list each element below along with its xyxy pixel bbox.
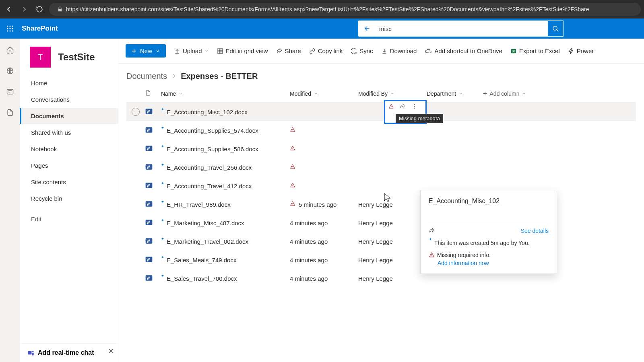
- file-name-cell[interactable]: ✦ E_HR_Travel_989.docx: [161, 201, 290, 208]
- modified-text: 5 minutes ago: [299, 201, 336, 208]
- modified-text: 4 minutes ago: [290, 257, 328, 263]
- file-name-cell[interactable]: ✦ E_Sales_Meals_749.docx: [161, 257, 290, 263]
- svg-point-9: [553, 26, 557, 30]
- new-indicator-icon: ✦: [161, 237, 164, 241]
- site-logo[interactable]: T: [30, 47, 51, 68]
- shortcut-button[interactable]: Add shortcut to OneDrive: [425, 47, 502, 55]
- power-label: Power: [577, 47, 594, 54]
- file-name-cell[interactable]: ✦ E_Accounting_Misc_102.docx: [161, 109, 290, 115]
- files-icon[interactable]: [5, 108, 15, 117]
- new-indicator-icon: ✦: [429, 237, 432, 244]
- file-name-cell[interactable]: ✦ E_Accounting_Supplies_586.docx: [161, 146, 290, 152]
- excel-icon: [510, 48, 517, 54]
- table-row[interactable]: ✦ E_Accounting_Travel_412.docx: [126, 177, 636, 195]
- nav-item-sitecontents[interactable]: Site contents: [20, 174, 118, 190]
- name-column-header[interactable]: Name: [161, 90, 290, 97]
- table-row[interactable]: ✦ E_Marketing_Travel_002.docx 4 minutes …: [126, 232, 636, 251]
- nav-item-notebook[interactable]: Notebook: [20, 141, 118, 157]
- attention-icon[interactable]: [290, 146, 295, 152]
- filetype-column-header[interactable]: [145, 90, 161, 97]
- file-name-cell[interactable]: ✦ E_Accounting_Supplies_574.docx: [161, 127, 290, 134]
- hover-card-created: This item was created 5m ago by You.: [434, 240, 530, 246]
- share-icon[interactable]: [400, 103, 406, 111]
- download-button[interactable]: Download: [381, 47, 417, 54]
- word-icon: [145, 107, 161, 117]
- add-info-now-link[interactable]: Add information now: [429, 258, 549, 266]
- attention-icon[interactable]: [290, 201, 295, 208]
- table-row[interactable]: ✦ E_Accounting_Travel_256.docx: [126, 158, 636, 177]
- table-row[interactable]: ✦ E_Accounting_Supplies_574.docx: [126, 121, 636, 140]
- nav-item-pages[interactable]: Pages: [20, 157, 118, 174]
- globe-icon[interactable]: [5, 66, 15, 76]
- nav-item-edit[interactable]: Edit: [20, 211, 118, 227]
- search-submit-button[interactable]: [547, 21, 564, 37]
- new-button-label: New: [140, 47, 152, 54]
- department-column-header[interactable]: Department: [427, 90, 483, 97]
- file-hover-card: E_Accounting_Misc_102 See details ✦ This…: [420, 190, 557, 274]
- export-button[interactable]: Export to Excel: [510, 47, 560, 54]
- add-column-button[interactable]: +Add column: [483, 90, 543, 97]
- upload-button[interactable]: Upload: [174, 47, 209, 54]
- search-back-button[interactable]: [358, 21, 374, 37]
- svg-point-6: [7, 30, 8, 31]
- nav-item-documents[interactable]: Documents: [20, 108, 118, 124]
- power-button[interactable]: Power: [568, 47, 594, 54]
- share-button[interactable]: Share: [276, 47, 301, 54]
- breadcrumb-root[interactable]: Documents: [126, 72, 167, 81]
- chevron-down-icon: [390, 91, 394, 96]
- table-row[interactable]: ✦ E_Marketing_Misc_487.docx 4 minutes ag…: [126, 214, 636, 232]
- attention-icon[interactable]: [388, 104, 394, 111]
- app-launcher-button[interactable]: [0, 19, 20, 39]
- nav-item-recyclebin[interactable]: Recycle bin: [20, 190, 118, 207]
- modifiedby-cell[interactable]: Henry Legge: [358, 238, 427, 245]
- file-name-cell[interactable]: ✦ E_Accounting_Travel_256.docx: [161, 164, 290, 171]
- edit-grid-button[interactable]: Edit in grid view: [217, 47, 268, 54]
- nav-item-home[interactable]: Home: [20, 75, 118, 91]
- new-button[interactable]: New: [126, 44, 166, 58]
- home-icon[interactable]: [5, 45, 15, 55]
- news-icon[interactable]: [5, 87, 15, 97]
- file-name-cell[interactable]: ✦ E_Marketing_Misc_487.docx: [161, 220, 290, 226]
- modifiedby-column-header[interactable]: Modified By: [358, 90, 427, 97]
- modified-cell: 5 minutes ago: [290, 201, 358, 208]
- browser-url-bar[interactable]: https://citizenbuilders.sharepoint.com/s…: [49, 3, 641, 16]
- site-title[interactable]: TestSite: [58, 51, 95, 63]
- copylink-button[interactable]: Copy link: [309, 47, 343, 54]
- search-input[interactable]: [374, 21, 547, 37]
- modifiedby-cell[interactable]: Henry Legge: [358, 257, 427, 263]
- browser-forward-button[interactable]: [19, 4, 30, 15]
- attention-icon[interactable]: [290, 127, 295, 134]
- table-row[interactable]: ✦ E_HR_Travel_989.docx 5 minutes ago Hen…: [126, 195, 636, 214]
- share-icon: [276, 48, 283, 54]
- nav-item-conversations[interactable]: Conversations: [20, 91, 118, 108]
- modified-column-header[interactable]: Modified: [290, 90, 358, 97]
- modifiedby-cell[interactable]: Henry Legge: [358, 275, 427, 282]
- sync-button[interactable]: Sync: [351, 47, 373, 54]
- attention-icon[interactable]: [290, 183, 295, 189]
- browser-back-button[interactable]: [3, 4, 14, 15]
- table-row[interactable]: ✦ E_Accounting_Misc_102.docx Missing met…: [126, 103, 636, 121]
- file-name-cell[interactable]: ✦ E_Marketing_Travel_002.docx: [161, 238, 290, 245]
- table-row[interactable]: ✦ E_Sales_Meals_749.docx 4 minutes ago H…: [126, 251, 636, 269]
- modifiedby-cell[interactable]: Henry Legge: [358, 220, 427, 226]
- chat-prompt-close[interactable]: ✕: [108, 347, 114, 356]
- word-icon: [145, 255, 161, 265]
- attention-icon[interactable]: [290, 164, 295, 171]
- word-icon: [145, 144, 161, 154]
- share-icon[interactable]: [429, 228, 435, 234]
- more-icon[interactable]: [411, 103, 417, 111]
- modifiedby-cell[interactable]: Henry Legge: [358, 201, 427, 208]
- file-name-cell[interactable]: ✦ E_Sales_Travel_700.docx: [161, 275, 290, 282]
- chat-prompt[interactable]: Add real-time chat ✕: [20, 343, 118, 362]
- brand-label[interactable]: SharePoint: [20, 25, 58, 33]
- breadcrumb: Documents Expenses - BETTER: [118, 64, 644, 85]
- table-row[interactable]: ✦ E_Sales_Travel_700.docx 4 minutes ago …: [126, 269, 636, 288]
- table-row[interactable]: ✦ E_Accounting_Supplies_586.docx: [126, 140, 636, 158]
- row-select[interactable]: [126, 108, 145, 116]
- svg-point-17: [414, 104, 415, 105]
- see-details-link[interactable]: See details: [521, 228, 549, 234]
- file-name-cell[interactable]: ✦ E_Accounting_Travel_412.docx: [161, 183, 290, 189]
- browser-reload-button[interactable]: [34, 4, 45, 15]
- new-indicator-icon: ✦: [161, 200, 164, 204]
- nav-item-shared[interactable]: Shared with us: [20, 124, 118, 141]
